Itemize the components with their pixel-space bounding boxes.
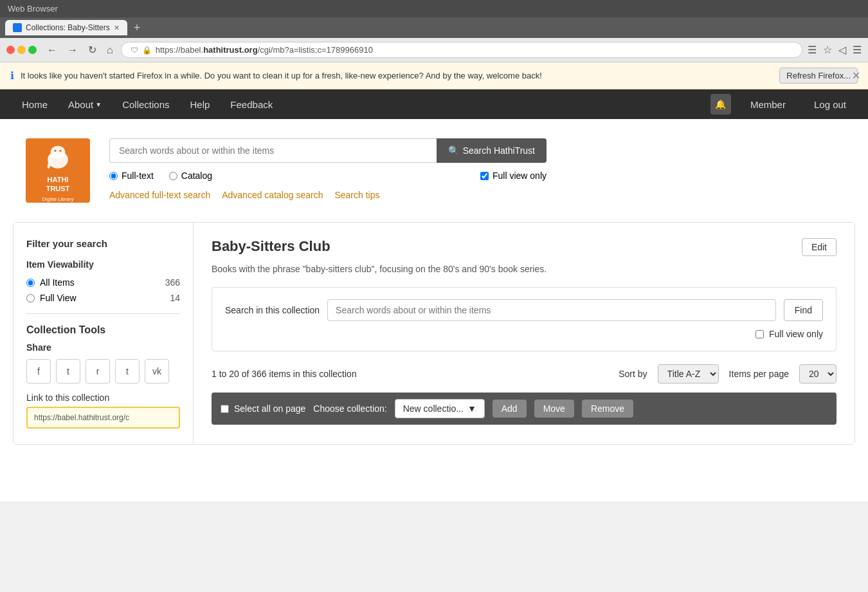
select-all-checkbox[interactable] (221, 405, 229, 413)
browser-action-icons: ☰ ☆ ◁ ☰ (808, 44, 862, 56)
all-items-label[interactable]: All Items (40, 277, 75, 288)
nav-help[interactable]: Help (181, 91, 219, 118)
bell-icon: 🔔 (715, 99, 726, 109)
browser-title-text: Web Browser (8, 4, 58, 14)
move-btn[interactable]: Move (534, 400, 574, 418)
hathitrust-logo: HATHITRUSTDigital Library (26, 138, 90, 203)
reddit-btn[interactable]: r (86, 359, 110, 384)
notifications-bell[interactable]: 🔔 (710, 94, 731, 115)
active-browser-tab[interactable]: Collections: Baby-Sitters ✕ (5, 20, 127, 35)
facebook-btn[interactable]: f (26, 359, 51, 384)
window-close-btn[interactable] (6, 46, 15, 54)
nav-home[interactable]: Home (13, 91, 57, 118)
per-page-label: Items per page (729, 369, 789, 379)
sort-select[interactable]: Title A-Z (658, 364, 719, 384)
menu-icon[interactable]: ☰ (853, 44, 862, 56)
add-btn[interactable]: Add (493, 400, 527, 418)
url-domain: hathitrust.org (203, 45, 258, 55)
tools-title: Collection Tools (26, 324, 180, 336)
link-label: Link to this collection (26, 393, 180, 403)
window-minimize-btn[interactable] (17, 46, 26, 54)
twitter-btn[interactable]: t (56, 359, 80, 384)
find-btn[interactable]: Find (784, 299, 823, 321)
main-search-input[interactable] (109, 138, 437, 163)
catalog-label: Catalog (181, 171, 212, 181)
main-search-row: 🔍 Search HathiTrust (109, 138, 547, 163)
browser-title-bar: Web Browser (0, 0, 868, 17)
full-view-filter[interactable]: Full View 14 (26, 293, 180, 303)
url-prefix: https://babel. (156, 45, 203, 55)
collection-dropdown-btn[interactable]: New collectio... ▼ (395, 399, 485, 418)
search-in-coll-label: Search in this collection (225, 305, 320, 315)
collection-link-input[interactable] (26, 407, 180, 429)
remove-btn[interactable]: Remove (582, 400, 633, 418)
search-tips-link[interactable]: Search tips (334, 190, 379, 200)
coll-fullview-label[interactable]: Full view only (769, 329, 823, 339)
tab-close-btn[interactable]: ✕ (114, 24, 120, 32)
new-collection-label: New collectio... (403, 403, 464, 414)
main-search-section: 🔍 Search HathiTrust Full-text Catalog Fu… (109, 138, 547, 200)
full-view-count: 14 (170, 293, 180, 303)
search-in-coll-input[interactable] (327, 299, 776, 321)
home-btn[interactable]: ⌂ (104, 43, 116, 57)
select-all-label[interactable]: Select all on page (234, 403, 305, 414)
notification-close-icon[interactable]: ✕ (852, 69, 860, 82)
catalog-radio-label[interactable]: Catalog (169, 171, 212, 181)
catalog-radio[interactable] (169, 172, 177, 180)
per-page-select[interactable]: 20 (799, 364, 836, 384)
security-icon: 🛡 (131, 46, 138, 55)
search-area: HATHITRUSTDigital Library 🔍 Search Hathi… (0, 119, 868, 216)
nav-about-label[interactable]: About ▼ (59, 91, 111, 118)
action-bar: Select all on page Choose collection: Ne… (212, 393, 836, 425)
nav-collections[interactable]: Collections (113, 91, 178, 118)
viewability-title: Item Viewability (26, 259, 180, 270)
fulltext-radio-label[interactable]: Full-text (109, 171, 154, 181)
dropdown-arrow-icon: ▼ (467, 403, 476, 414)
items-count-row: 1 to 20 of 366 items in this collection … (212, 364, 836, 384)
advanced-catalog-link[interactable]: Advanced catalog search (222, 190, 323, 200)
all-items-radio[interactable] (26, 279, 35, 287)
nav-about-dropdown[interactable]: About ▼ (59, 91, 111, 118)
advanced-fulltext-link[interactable]: Advanced full-text search (109, 190, 210, 200)
vk-btn[interactable]: vk (145, 359, 169, 384)
fullview-checkbox-label[interactable]: Full view only (480, 171, 547, 181)
reload-btn[interactable]: ↻ (86, 42, 99, 57)
social-buttons: f t r t vk (26, 359, 180, 384)
nav-right: 🔔 Member Log out (710, 91, 855, 118)
sidebar-divider (26, 313, 180, 314)
all-items-filter[interactable]: All Items 366 (26, 277, 180, 288)
items-count-text: 1 to 20 of 366 items in this collection (212, 369, 608, 379)
address-bar[interactable]: 🛡 🔒 https://babel.hathitrust.org/cgi/mb?… (121, 42, 802, 58)
window-maximize-btn[interactable] (28, 46, 37, 54)
search-icon: 🔍 (448, 145, 459, 156)
new-tab-button[interactable]: + (130, 21, 145, 35)
pocket-icon[interactable]: ◁ (838, 44, 846, 56)
nav-feedback[interactable]: Feedback (221, 91, 282, 118)
search-hathitrust-btn[interactable]: 🔍 Search HathiTrust (437, 138, 547, 163)
choose-coll-label: Choose collection: (313, 403, 386, 414)
full-view-label[interactable]: Full View (40, 293, 77, 303)
svg-point-3 (54, 150, 56, 152)
lock-icon: 🔒 (142, 46, 152, 55)
forward-btn[interactable]: → (65, 43, 80, 57)
page-content: Home About ▼ Collections Help Feedback 🔔… (0, 89, 868, 501)
nav-member[interactable]: Member (741, 91, 795, 118)
refresh-firefox-btn[interactable]: Refresh Firefox... (779, 68, 858, 84)
url-text: https://babel.hathitrust.org/cgi/mb?a=li… (156, 45, 373, 55)
nav-items: Home About ▼ Collections Help Feedback (13, 91, 710, 118)
edit-collection-btn[interactable]: Edit (802, 238, 836, 256)
bookmark-icon[interactable]: ☆ (823, 44, 832, 56)
full-view-check-row: Full view only (225, 329, 823, 339)
collection-header: Baby-Sitters Club Edit (212, 238, 836, 256)
select-all-group: Select all on page (221, 403, 305, 414)
fullview-checkbox[interactable] (480, 172, 489, 180)
full-view-radio[interactable] (26, 294, 35, 302)
back-btn[interactable]: ← (44, 43, 60, 57)
nav-logout[interactable]: Log out (805, 91, 855, 118)
fulltext-radio[interactable] (109, 172, 118, 180)
tumblr-btn[interactable]: t (115, 359, 140, 384)
fullview-label: Full view only (493, 171, 547, 181)
reader-view-icon[interactable]: ☰ (808, 44, 817, 56)
svg-point-2 (49, 154, 55, 158)
coll-fullview-checkbox[interactable] (755, 330, 764, 338)
